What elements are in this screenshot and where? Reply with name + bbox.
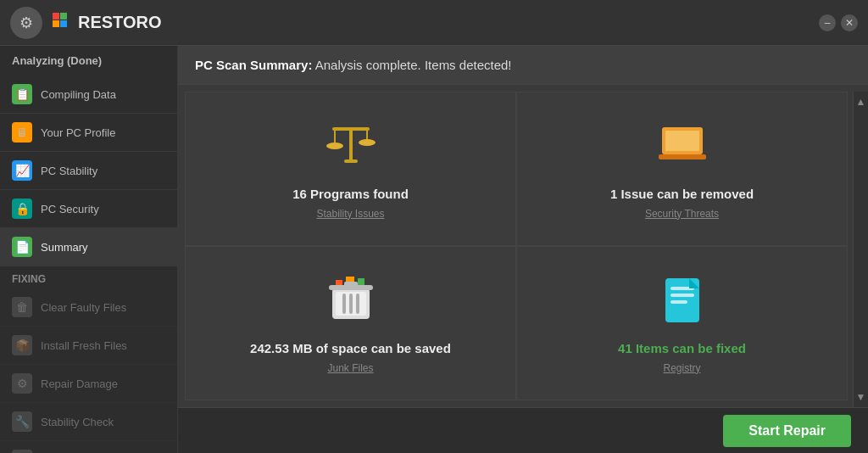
security-threats-link[interactable]: Security Threats bbox=[645, 208, 719, 220]
svg-rect-14 bbox=[336, 280, 342, 285]
bottom-bar: Start Repair bbox=[178, 407, 868, 453]
sidebar-item-clear-faulty-files: 🗑 Clear Faulty Files bbox=[0, 288, 177, 327]
app-name: RESTORO bbox=[78, 13, 162, 32]
registry-link[interactable]: Registry bbox=[663, 362, 700, 374]
sidebar-item-summary[interactable]: 📄 Summary bbox=[0, 228, 177, 266]
junk-files-link[interactable]: Junk Files bbox=[327, 362, 373, 374]
scroll-arrows: ▲ ▼ bbox=[853, 92, 868, 407]
sidebar-item-pc-stability[interactable]: 📈 PC Stability bbox=[0, 152, 177, 190]
start-repair-button[interactable]: Start Repair bbox=[723, 415, 851, 447]
programs-found-value: 16 Programs found bbox=[292, 187, 409, 201]
svg-rect-1 bbox=[60, 13, 67, 20]
close-button[interactable]: ✕ bbox=[841, 14, 858, 31]
svg-rect-12 bbox=[665, 131, 699, 151]
repair-damage-icon: ⚙ bbox=[12, 373, 32, 394]
svg-rect-27 bbox=[670, 300, 687, 304]
your-pc-profile-icon: 🖥 bbox=[12, 122, 32, 143]
sidebar-item-pc-security[interactable]: 🔒 PC Security bbox=[0, 190, 177, 228]
sidebar-item-label: Repair Damage bbox=[41, 378, 118, 390]
sidebar: Analyzing (Done) 📋 Compiling Data 🖥 Your… bbox=[0, 46, 178, 453]
top-bar-left: ⚙ RESTORO bbox=[10, 7, 162, 39]
top-bar: ⚙ RESTORO – ✕ bbox=[0, 0, 868, 46]
sidebar-item-label: Compiling Data bbox=[41, 88, 116, 101]
sidebar-analyzing-label: Analyzing (Done) bbox=[0, 46, 177, 76]
app-logo: RESTORO bbox=[53, 13, 162, 33]
laptop-icon bbox=[655, 119, 709, 180]
minimize-button[interactable]: – bbox=[819, 14, 836, 31]
svg-rect-4 bbox=[349, 127, 353, 161]
sidebar-item-label: PC Security bbox=[41, 203, 99, 215]
header-text: Analysis complete. Items detected! bbox=[312, 58, 511, 72]
svg-rect-19 bbox=[342, 294, 346, 314]
fixing-label: Fixing bbox=[0, 266, 177, 288]
scroll-up-arrow[interactable]: ▲ bbox=[854, 95, 868, 109]
sidebar-item-label: Summary bbox=[41, 241, 88, 254]
sidebar-item-install-fresh-files: 📦 Install Fresh Files bbox=[0, 327, 177, 365]
svg-rect-20 bbox=[349, 294, 353, 314]
restoro-logo-icon bbox=[53, 13, 73, 33]
sidebar-item-your-pc-profile[interactable]: 🖥 Your PC Profile bbox=[0, 114, 177, 152]
security-check-icon: 🔒 bbox=[12, 450, 32, 453]
sidebar-item-repair-damage: ⚙ Repair Damage bbox=[0, 365, 177, 403]
header-bold: PC Scan Summary: bbox=[195, 58, 312, 72]
svg-rect-5 bbox=[332, 127, 370, 131]
stability-check-icon: 🔧 bbox=[12, 411, 32, 432]
svg-point-9 bbox=[359, 139, 376, 146]
pc-stability-icon: 📈 bbox=[12, 160, 32, 181]
sidebar-item-compiling-data[interactable]: 📋 Compiling Data bbox=[0, 76, 177, 114]
window-controls: – ✕ bbox=[819, 14, 858, 31]
card-items-fixed: 41 Items can be fixed Registry bbox=[517, 247, 847, 400]
sidebar-item-label: Clear Faulty Files bbox=[41, 301, 126, 314]
main-layout: Analyzing (Done) 📋 Compiling Data 🖥 Your… bbox=[0, 46, 868, 453]
svg-rect-16 bbox=[358, 278, 364, 285]
document-icon bbox=[655, 273, 709, 334]
pc-security-icon: 🔒 bbox=[12, 199, 32, 219]
svg-rect-21 bbox=[356, 294, 359, 314]
svg-point-7 bbox=[326, 143, 343, 149]
scales-icon bbox=[324, 119, 378, 180]
items-fixed-value: 41 Items can be fixed bbox=[618, 341, 746, 355]
clear-faulty-files-icon: 🗑 bbox=[12, 297, 32, 317]
svg-rect-23 bbox=[344, 282, 358, 287]
sidebar-item-label: Install Fresh Files bbox=[41, 339, 127, 352]
summary-icon: 📄 bbox=[12, 237, 32, 257]
svg-rect-3 bbox=[60, 20, 67, 27]
svg-rect-2 bbox=[53, 20, 59, 27]
space-saved-value: 242.53 MB of space can be saved bbox=[250, 341, 451, 355]
svg-rect-26 bbox=[670, 294, 694, 297]
compiling-data-icon: 📋 bbox=[12, 84, 32, 104]
svg-rect-10 bbox=[344, 159, 358, 163]
card-space-saved: 242.53 MB of space can be saved Junk Fil… bbox=[186, 247, 515, 400]
sidebar-item-stability-check: 🔧 Stability Check bbox=[0, 403, 177, 441]
sidebar-item-label: PC Stability bbox=[41, 165, 97, 177]
svg-rect-0 bbox=[53, 13, 59, 20]
sidebar-item-label: Stability Check bbox=[41, 416, 114, 428]
content-area: PC Scan Summary: Analysis complete. Item… bbox=[178, 46, 868, 453]
issue-removed-value: 1 Issue can be removed bbox=[610, 187, 754, 201]
cards-grid: 16 Programs found Stability Issues 1 Iss… bbox=[185, 92, 848, 400]
install-fresh-files-icon: 📦 bbox=[12, 335, 32, 355]
svg-rect-13 bbox=[659, 154, 706, 159]
sidebar-item-label: Your PC Profile bbox=[41, 126, 115, 139]
content-header: PC Scan Summary: Analysis complete. Item… bbox=[178, 46, 868, 85]
stability-issues-link[interactable]: Stability Issues bbox=[316, 208, 384, 220]
gear-icon[interactable]: ⚙ bbox=[10, 7, 42, 39]
scroll-down-arrow[interactable]: ▼ bbox=[854, 390, 868, 404]
trash-icon bbox=[324, 273, 378, 334]
card-programs-found: 16 Programs found Stability Issues bbox=[186, 92, 515, 245]
sidebar-item-security-check: 🔒 Security check bbox=[0, 441, 177, 453]
card-issue-removed: 1 Issue can be removed Security Threats bbox=[517, 92, 847, 245]
